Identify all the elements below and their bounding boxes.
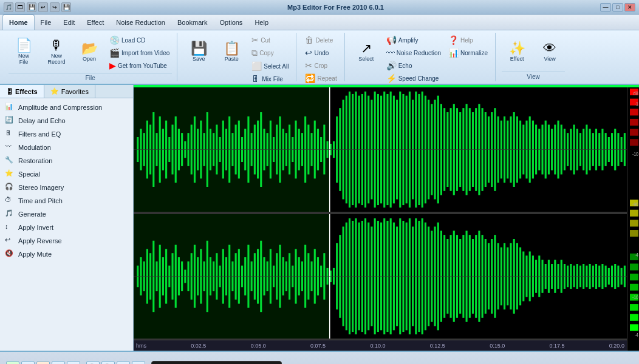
- new-file-label: NewFile: [18, 53, 29, 66]
- copy-icon: ⧉: [251, 48, 258, 58]
- waveform-container: hms 0:02.5 0:05.0 0:07.5 0:10.0 0:12.5 0…: [134, 87, 639, 351]
- menu-noise[interactable]: Noise Reduction: [110, 15, 171, 30]
- effect-filters[interactable]: 🎚 Filters and EQ: [0, 127, 133, 141]
- load-cd-button[interactable]: 💿 Load CD: [107, 34, 172, 46]
- menu-bookmark[interactable]: Bookmark: [171, 15, 214, 30]
- effect-special[interactable]: ⭐ Special: [0, 167, 133, 181]
- quick-access-2[interactable]: 💾: [27, 2, 36, 12]
- new-record-button[interactable]: 🎙 NewRecord: [41, 34, 72, 70]
- normalize-button[interactable]: 📊 Normalize: [446, 47, 490, 59]
- new-file-button[interactable]: 📄 NewFile: [9, 34, 39, 70]
- effect-time-pitch[interactable]: ⏱ Time and Pitch: [0, 194, 133, 207]
- quick-access-redo[interactable]: ↪: [50, 2, 60, 12]
- open-button[interactable]: 📂 Open: [74, 34, 104, 70]
- effect-list: 📊 Amplitude and Compression 🔄 Delay and …: [0, 98, 133, 351]
- save-icon: 💾: [191, 42, 207, 55]
- paste-button[interactable]: 📋 Paste: [216, 34, 247, 70]
- select-all-button[interactable]: ⬜ Select All: [249, 60, 291, 72]
- effect-generate[interactable]: 🎵 Generate: [0, 207, 133, 221]
- tab-effects[interactable]: 🎛 Effects: [0, 85, 44, 98]
- amplify-icon: 📢: [386, 35, 397, 45]
- menu-file[interactable]: File: [35, 15, 58, 30]
- record-button[interactable]: ⏺: [36, 361, 50, 364]
- repeat-button[interactable]: 🔁 Repeat: [302, 72, 339, 84]
- copy-button[interactable]: ⧉ Copy: [249, 47, 291, 59]
- help-label: Help: [460, 37, 473, 44]
- import-video-button[interactable]: 🎬 Import from Video: [107, 47, 172, 59]
- delete-button[interactable]: 🗑 Delete: [302, 34, 339, 46]
- quick-access-save[interactable]: 💾: [61, 2, 71, 12]
- mute-icon: 🔇: [5, 249, 15, 259]
- effect-view-icon: ✨: [509, 42, 525, 55]
- effect-invert[interactable]: ↕ Apply Invert: [0, 221, 133, 234]
- svg-rect-328: [630, 210, 638, 217]
- editing-small-btns: 🗑 Delete ↩ Undo ✂ Crop 🔁 Repeat: [302, 34, 339, 84]
- effects-tab-label: Effects: [15, 88, 38, 95]
- effect-view-button[interactable]: ✨ Effect: [502, 34, 532, 70]
- amplify-button[interactable]: 📢 Amplify: [384, 34, 443, 46]
- cut-button[interactable]: ✂ Cut: [249, 34, 291, 46]
- time-display: 0:00:09.605: [151, 361, 282, 365]
- effect-amplitude[interactable]: 📊 Amplitude and Compression: [0, 101, 133, 114]
- menu-effect[interactable]: Effect: [81, 15, 110, 30]
- svg-text:-10: -10: [632, 294, 638, 300]
- noise-reduction-button[interactable]: 〰 Noise Reduction: [384, 47, 443, 59]
- menu-edit[interactable]: Edit: [57, 15, 81, 30]
- tab-favorites[interactable]: ⭐ Favorites: [44, 85, 95, 98]
- time-pitch-icon: ⏱: [5, 196, 15, 206]
- effect-modulation[interactable]: 〰 Modulation: [0, 141, 133, 154]
- waveform-area[interactable]: hms 0:02.5 0:05.0 0:07.5 0:10.0 0:12.5 0…: [134, 85, 639, 351]
- crop-button[interactable]: ✂ Crop: [302, 59, 339, 72]
- generate-label: Generate: [18, 211, 46, 218]
- quick-access-undo[interactable]: ↩: [38, 2, 48, 12]
- effect-stereo[interactable]: 🎧 Stereo Imagery: [0, 181, 133, 194]
- menu-home[interactable]: Home: [2, 15, 35, 30]
- zoom-out-button[interactable]: 🔍: [101, 361, 115, 364]
- stop-button[interactable]: ⏹: [21, 361, 35, 364]
- rewind-button[interactable]: ◀◀: [52, 361, 65, 364]
- waveform-channel-top[interactable]: [134, 87, 627, 213]
- marker-7-5: 0:07.5: [310, 343, 326, 349]
- paste-icon: 📋: [224, 42, 240, 55]
- vu-meter: dB -1 -10 -90 -4 -10 -4: [627, 87, 639, 351]
- undo-button[interactable]: ↩ Undo: [302, 47, 339, 59]
- menu-options[interactable]: Options: [213, 15, 248, 30]
- mix-file-button[interactable]: 🎚 Mix File: [249, 73, 291, 85]
- view-button[interactable]: 👁 View: [535, 34, 565, 70]
- minimize-button[interactable]: —: [600, 3, 611, 12]
- svg-rect-320: [630, 304, 638, 311]
- save-button[interactable]: 💾 Save: [183, 34, 214, 70]
- close-button[interactable]: ✕: [624, 3, 635, 12]
- play-button[interactable]: ▶: [6, 361, 19, 364]
- amplitude-icon: 📊: [5, 103, 15, 112]
- menu-help[interactable]: Help: [248, 15, 275, 30]
- svg-text:-4: -4: [635, 331, 638, 338]
- marker-20-0: 0:20.0: [609, 343, 624, 349]
- effect-mute[interactable]: 🔇 Apply Mute: [0, 248, 133, 261]
- app-title: Mp3 Editor For Free 2010 6.0.1: [71, 4, 600, 11]
- effect-delay[interactable]: 🔄 Delay and Echo: [0, 114, 133, 127]
- maximize-button[interactable]: □: [612, 3, 623, 12]
- invert-icon: ↕: [5, 223, 15, 232]
- waveform-channel-bottom[interactable]: [134, 213, 627, 340]
- zoom-in-button[interactable]: 🔍: [86, 361, 100, 364]
- stereo-icon: 🎧: [5, 183, 15, 192]
- help-icon: ❓: [448, 35, 459, 45]
- timeline: hms 0:02.5 0:05.0 0:07.5 0:10.0 0:12.5 0…: [134, 340, 627, 351]
- zoom-select-button[interactable]: ⊞: [132, 361, 145, 364]
- speed-change-button[interactable]: ⚡ Speed Change: [384, 72, 443, 84]
- effect-reverse[interactable]: ↩ Apply Reverse: [0, 234, 133, 248]
- quick-access-1[interactable]: 🗖: [15, 2, 25, 12]
- get-youtube-button[interactable]: ▶ Get from YouTube: [107, 59, 172, 72]
- zoom-row-1: 🔍 🔍 ⊡ ⊞: [86, 361, 145, 364]
- delay-label: Delay and Echo: [18, 117, 66, 124]
- help-button[interactable]: ❓ Help: [446, 34, 490, 46]
- effect-restoration[interactable]: 🔧 Restoration: [0, 154, 133, 167]
- ribbon: 📄 NewFile 🎙 NewRecord 📂 Open 💿 Load CD 🎬…: [0, 30, 639, 85]
- restoration-icon: 🔧: [5, 156, 15, 166]
- echo-button[interactable]: 🔊 Echo: [384, 59, 443, 72]
- select-button[interactable]: ↗ Select: [351, 34, 381, 70]
- fast-forward-button[interactable]: ▶▶: [67, 361, 80, 364]
- svg-rect-324: [630, 264, 638, 271]
- zoom-fit-button[interactable]: ⊡: [117, 361, 130, 364]
